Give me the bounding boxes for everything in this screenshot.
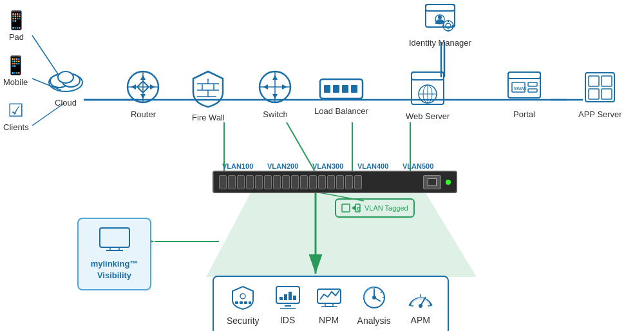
rack-rj45 bbox=[423, 175, 441, 189]
rack-port bbox=[255, 175, 263, 189]
rack-port bbox=[309, 175, 317, 189]
svg-rect-90 bbox=[276, 287, 299, 303]
svg-marker-45 bbox=[282, 84, 287, 90]
firewall-node: Fire Wall bbox=[191, 70, 226, 122]
loadbalancer-node: Load Balancer bbox=[314, 76, 368, 116]
portal-node: www Portal bbox=[506, 70, 543, 119]
npm-label: NPM bbox=[319, 315, 339, 325]
rack-port bbox=[264, 175, 272, 189]
monitor-icon bbox=[89, 227, 140, 254]
appserver-label: APP Server bbox=[578, 109, 622, 119]
identitymanager-node: Identity Manager bbox=[409, 1, 471, 48]
svg-point-61 bbox=[443, 21, 453, 31]
vlan500-label: VLAN500 bbox=[402, 162, 433, 170]
svg-rect-73 bbox=[585, 73, 614, 102]
rack-port bbox=[237, 175, 245, 189]
svg-rect-86 bbox=[235, 301, 238, 304]
svg-rect-76 bbox=[589, 89, 599, 99]
tools-box: Security IDS bbox=[213, 276, 449, 331]
rack-port bbox=[300, 175, 308, 189]
ids-label: IDS bbox=[280, 315, 295, 325]
svg-point-101 bbox=[372, 296, 376, 299]
loadbalancer-label: Load Balancer bbox=[314, 106, 368, 116]
rack-port bbox=[354, 175, 362, 189]
rack-device bbox=[213, 171, 457, 193]
appserver-icon bbox=[582, 70, 618, 107]
cloud-label: Cloud bbox=[55, 98, 77, 108]
npm-icon bbox=[316, 285, 342, 312]
svg-rect-47 bbox=[324, 85, 330, 93]
switch-label: Switch bbox=[263, 109, 287, 119]
router-label: Router bbox=[131, 109, 156, 119]
svg-marker-29 bbox=[140, 94, 146, 99]
visibility-brand: mylinking™ bbox=[91, 259, 138, 269]
svg-rect-78 bbox=[342, 204, 350, 212]
svg-marker-42 bbox=[272, 75, 278, 80]
vlan100-label: VLAN100 bbox=[222, 162, 253, 170]
visibility-text: Visibility bbox=[97, 270, 131, 280]
webserver-icon bbox=[409, 70, 446, 109]
svg-line-27 bbox=[143, 87, 149, 93]
svg-text:www: www bbox=[513, 85, 527, 91]
rack-ports-group bbox=[219, 175, 362, 189]
svg-rect-52 bbox=[412, 72, 444, 80]
rack-led bbox=[446, 180, 451, 185]
vlan-tagged-icon: B bbox=[341, 202, 361, 214]
svg-rect-58 bbox=[426, 5, 455, 11]
svg-point-20 bbox=[58, 71, 73, 83]
rack-port bbox=[219, 175, 227, 189]
svg-line-26 bbox=[137, 87, 143, 93]
rack-port bbox=[282, 175, 290, 189]
rack-port bbox=[345, 175, 353, 189]
svg-rect-94 bbox=[293, 296, 296, 300]
ids-icon bbox=[275, 285, 301, 312]
svg-rect-89 bbox=[249, 301, 251, 304]
pad-label: Pad bbox=[9, 32, 24, 42]
vlan400-label: VLAN400 bbox=[357, 162, 388, 170]
npm-tool: NPM bbox=[316, 285, 342, 325]
appserver-node: APP Server bbox=[578, 70, 622, 119]
network-diagram: 📱 Pad 📱 Mobile ☑ Clients Cloud bbox=[0, 0, 644, 331]
svg-rect-68 bbox=[508, 72, 540, 79]
webserver-node: Web Server bbox=[406, 70, 450, 121]
svg-rect-82 bbox=[100, 228, 129, 247]
rack-port bbox=[336, 175, 344, 189]
svg-rect-49 bbox=[342, 85, 348, 93]
vlan300-label: VLAN300 bbox=[312, 162, 343, 170]
firewall-label: Fire Wall bbox=[192, 113, 225, 122]
mobile-node: 📱 Mobile bbox=[3, 57, 28, 87]
vlan-tagged-label: VLAN Tagged bbox=[365, 204, 408, 212]
svg-marker-43 bbox=[272, 94, 278, 99]
pad-node: 📱 Pad bbox=[5, 12, 28, 42]
cloud-node: Cloud bbox=[46, 64, 85, 108]
visibility-label: mylinking™ Visibility bbox=[89, 258, 140, 281]
svg-rect-50 bbox=[351, 85, 357, 93]
loadbalancer-icon bbox=[319, 76, 364, 104]
cloud-icon bbox=[46, 64, 85, 95]
rack-port bbox=[291, 175, 299, 189]
svg-rect-92 bbox=[284, 294, 287, 300]
svg-rect-70 bbox=[528, 82, 537, 86]
svg-line-25 bbox=[143, 81, 149, 87]
svg-marker-79 bbox=[352, 205, 355, 211]
svg-line-103 bbox=[381, 292, 382, 293]
webserver-label: Web Server bbox=[406, 111, 450, 121]
vlan-tagged-box: B VLAN Tagged bbox=[335, 198, 415, 218]
svg-marker-30 bbox=[131, 84, 136, 90]
svg-text:B: B bbox=[357, 206, 361, 212]
svg-rect-74 bbox=[589, 76, 599, 86]
rack-port bbox=[318, 175, 326, 189]
apm-tool: APM bbox=[406, 285, 435, 325]
svg-point-60 bbox=[438, 15, 442, 19]
rack-port bbox=[246, 175, 254, 189]
clients-label: Clients bbox=[3, 122, 29, 132]
rack-port bbox=[228, 175, 236, 189]
apm-label: APM bbox=[411, 315, 430, 325]
vlan200-label: VLAN200 bbox=[267, 162, 298, 170]
svg-rect-75 bbox=[601, 76, 612, 86]
svg-point-106 bbox=[419, 304, 422, 308]
svg-rect-91 bbox=[279, 297, 283, 300]
router-icon bbox=[126, 70, 161, 107]
rack-port bbox=[273, 175, 281, 189]
analysis-icon bbox=[361, 285, 387, 313]
